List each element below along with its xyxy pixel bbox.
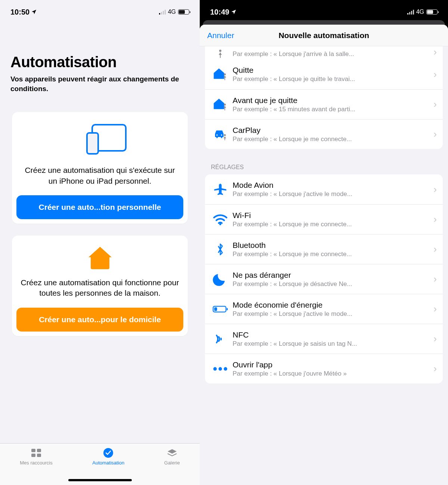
- tab-gallery[interactable]: Galerie: [164, 448, 180, 466]
- status-bar: 10:50 4G: [0, 0, 200, 20]
- trigger-title: CarPlay: [233, 126, 430, 135]
- trigger-title: Wi-Fi: [233, 211, 430, 220]
- trigger-subtitle: Par exemple : « Lorsque je me connecte..…: [233, 221, 430, 228]
- section-label-settings: RÉGLAGES: [200, 164, 448, 174]
- svg-rect-5: [37, 454, 41, 457]
- trigger-subtitle: Par exemple : « Lorsque j'ouvre Météo »: [233, 370, 430, 377]
- tab-automation-label: Automatisation: [92, 460, 124, 466]
- location-icon: [31, 9, 37, 15]
- create-home-automation-button[interactable]: Créer une auto...pour le domicile: [16, 308, 183, 332]
- trigger-subtitle: Par exemple : « Lorsque je désactive Ne.…: [233, 280, 430, 288]
- trigger-row-car[interactable]: CarPlayPar exemple : « Lorsque je me con…: [205, 119, 443, 149]
- trigger-title: Quitte: [233, 66, 430, 75]
- svg-rect-2: [31, 449, 35, 452]
- home-icon: [16, 246, 183, 269]
- trigger-subtitle: Par exemple : « Lorsque j'active le mode…: [233, 310, 430, 318]
- nfc-icon: [212, 332, 229, 346]
- location-triggers-group: Par exemple : « Lorsque j'arrive à la sa…: [205, 46, 443, 149]
- check-circle-icon: [103, 448, 114, 458]
- trigger-row-battery-low[interactable]: Mode économie d'énergiePar exemple : « L…: [205, 294, 443, 324]
- car-icon: [212, 128, 229, 141]
- tab-gallery-label: Galerie: [164, 460, 180, 466]
- screen-new-automation: 10:49 4G Annuler Nouvelle automatisation: [200, 0, 448, 485]
- moon-icon: [212, 273, 229, 286]
- signal-icon: [407, 9, 414, 15]
- svg-rect-4: [31, 454, 35, 457]
- trigger-row-house-leave[interactable]: QuittePar exemple : « Lorsque je quitte …: [205, 59, 443, 89]
- tab-shortcuts-label: Mes raccourcis: [20, 460, 52, 466]
- chevron-right-icon: ›: [433, 273, 437, 285]
- tab-bar: Mes raccourcis Automatisation Galerie: [0, 443, 200, 485]
- house-leave-icon: [212, 68, 229, 81]
- airplane-icon: [212, 183, 229, 196]
- personal-automation-card: Créez une automatisation qui s'exécute s…: [12, 112, 188, 224]
- battery-icon: [426, 9, 438, 15]
- chevron-right-icon: ›: [433, 243, 437, 255]
- grid-icon: [31, 448, 42, 458]
- status-indicators: 4G: [159, 9, 189, 15]
- svg-rect-1: [87, 133, 98, 154]
- bluetooth-icon: [212, 243, 229, 256]
- stack-icon: [167, 448, 178, 458]
- status-time: 10:50: [10, 8, 37, 16]
- wifi-icon: [212, 213, 229, 226]
- trigger-title: Ouvrir l'app: [233, 360, 430, 369]
- trigger-subtitle: Par exemple : « 15 minutes avant de part…: [233, 106, 430, 113]
- trigger-row-app[interactable]: Ouvrir l'appPar exemple : « Lorsque j'ou…: [205, 354, 443, 383]
- chevron-right-icon: ›: [433, 333, 437, 345]
- create-personal-automation-button[interactable]: Créer une auto...tion personnelle: [16, 195, 183, 219]
- sheet: Annuler Nouvelle automatisation Par exem…: [200, 25, 448, 485]
- battery-icon: [178, 9, 189, 15]
- chevron-right-icon: ›: [433, 128, 437, 140]
- personal-card-desc: Créez une automatisation qui s'exécute s…: [16, 165, 183, 186]
- sheet-body[interactable]: Par exemple : « Lorsque j'arrive à la sa…: [200, 46, 448, 485]
- trigger-subtitle: Par exemple : « Lorsque j'arrive à la sa…: [233, 50, 430, 58]
- status-indicators: 4G: [407, 9, 438, 15]
- house-before-icon: [212, 98, 229, 111]
- chevron-right-icon: ›: [433, 363, 437, 374]
- trigger-title: Bluetooth: [233, 241, 430, 250]
- chevron-right-icon: ›: [433, 69, 437, 80]
- network-label: 4G: [416, 9, 424, 15]
- trigger-row-arrive-partial[interactable]: Par exemple : « Lorsque j'arrive à la sa…: [205, 46, 443, 59]
- svg-point-7: [219, 50, 221, 52]
- chevron-right-icon: ›: [433, 303, 437, 315]
- settings-triggers-group: Mode AvionPar exemple : « Lorsque j'acti…: [205, 174, 443, 383]
- tab-shortcuts[interactable]: Mes raccourcis: [20, 448, 52, 466]
- page-title: Automatisation: [0, 20, 200, 73]
- page-subtitle: Vos appareils peuvent réagir aux changem…: [0, 73, 200, 93]
- trigger-subtitle: Par exemple : « Lorsque je saisis un tag…: [233, 340, 430, 348]
- app-icon: [212, 362, 229, 376]
- tab-automation[interactable]: Automatisation: [92, 448, 124, 466]
- trigger-subtitle: Par exemple : « Lorsque je me connecte..…: [233, 136, 430, 143]
- network-label: 4G: [168, 9, 176, 15]
- svg-rect-3: [37, 449, 41, 452]
- chevron-right-icon: ›: [433, 214, 437, 225]
- trigger-row-house-before[interactable]: Avant que je quittePar exemple : « 15 mi…: [205, 89, 443, 119]
- trigger-row-bluetooth[interactable]: BluetoothPar exemple : « Lorsque je me c…: [205, 234, 443, 264]
- trigger-row-wifi[interactable]: Wi-FiPar exemple : « Lorsque je me conne…: [205, 204, 443, 234]
- sheet-container: Annuler Nouvelle automatisation Par exem…: [200, 20, 448, 485]
- cancel-button[interactable]: Annuler: [207, 31, 234, 40]
- trigger-subtitle: Par exemple : « Lorsque je me connecte..…: [233, 251, 430, 258]
- status-bar: 10:49 4G: [200, 0, 448, 20]
- home-indicator[interactable]: [68, 479, 132, 481]
- trigger-title: Ne pas déranger: [233, 271, 430, 280]
- automation-cards: Créez une automatisation qui s'exécute s…: [0, 93, 200, 336]
- status-time: 10:49: [210, 8, 237, 16]
- signal-icon: [159, 9, 166, 15]
- chevron-right-icon: ›: [433, 184, 437, 195]
- screen-automation-home: 10:50 4G Automatisation Vos appareils pe…: [0, 0, 200, 485]
- trigger-row-airplane[interactable]: Mode AvionPar exemple : « Lorsque j'acti…: [205, 174, 443, 204]
- trigger-title: Mode Avion: [233, 181, 430, 190]
- sheet-header: Annuler Nouvelle automatisation: [200, 25, 448, 46]
- trigger-title: Avant que je quitte: [233, 96, 430, 105]
- location-icon: [231, 9, 237, 15]
- home-automation-card: Créez une automatisation qui fonctionne …: [12, 236, 188, 336]
- trigger-row-moon[interactable]: Ne pas dérangerPar exemple : « Lorsque j…: [205, 264, 443, 294]
- devices-icon: [16, 122, 183, 157]
- trigger-title: Mode économie d'énergie: [233, 301, 430, 310]
- trigger-subtitle: Par exemple : « Lorsque je quitte le tra…: [233, 75, 430, 83]
- battery-low-icon: [212, 302, 229, 316]
- trigger-row-nfc[interactable]: NFCPar exemple : « Lorsque je saisis un …: [205, 324, 443, 354]
